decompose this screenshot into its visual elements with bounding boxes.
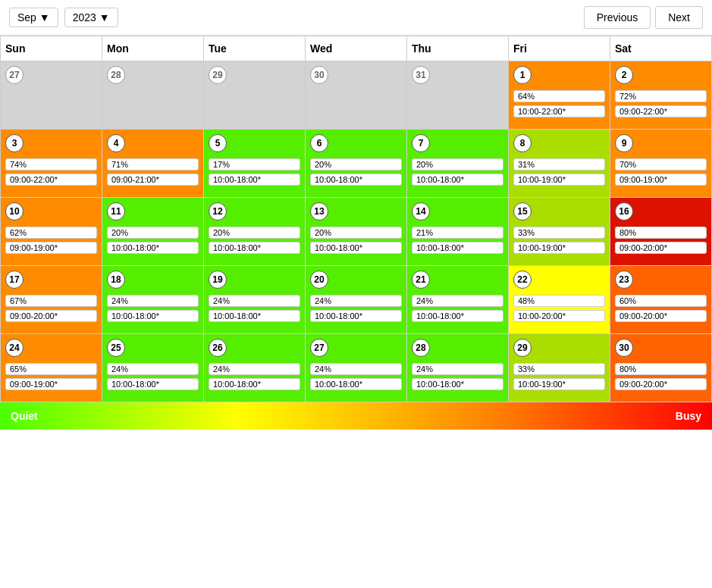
time-range: 10:00-18:00*: [209, 378, 300, 390]
time-range: 10:00-18:00*: [412, 310, 503, 322]
day-number: 25: [107, 339, 125, 357]
occupancy-percent: 60%: [615, 295, 707, 307]
calendar-cell-18[interactable]: 1824%10:00-18:00*: [102, 266, 204, 334]
time-range: 10:00-18:00*: [412, 378, 503, 390]
calendar-cell-3[interactable]: 374%09:00-22:00*: [1, 130, 102, 198]
calendar-cell-29[interactable]: 29: [204, 61, 306, 130]
day-number: 4: [107, 134, 125, 152]
calendar-cell-12[interactable]: 1220%10:00-18:00*: [204, 198, 306, 266]
occupancy-percent: 48%: [513, 295, 605, 307]
day-number: 27: [310, 339, 328, 357]
next-button[interactable]: Next: [655, 6, 703, 29]
calendar-cell-13[interactable]: 1320%10:00-18:00*: [306, 198, 407, 266]
day-number: 19: [209, 271, 227, 289]
occupancy-percent: 20%: [209, 227, 300, 239]
calendar-cell-11[interactable]: 1120%10:00-18:00*: [102, 198, 204, 266]
month-year-selectors: Sep ▼ 2023 ▼: [9, 8, 118, 27]
day-number: 28: [412, 339, 430, 357]
weekday-fri: Fri: [509, 36, 610, 61]
occupancy-percent: 80%: [615, 363, 707, 375]
calendar-cell-29[interactable]: 2933%10:00-19:00*: [509, 334, 610, 402]
time-range: 10:00-18:00*: [310, 242, 402, 254]
occupancy-percent: 80%: [615, 227, 707, 239]
calendar-cell-7[interactable]: 720%10:00-18:00*: [407, 130, 509, 198]
day-number: 30: [615, 339, 633, 357]
day-number: 30: [310, 66, 328, 84]
legend-busy-label: Busy: [676, 410, 701, 422]
calendar-cell-10[interactable]: 1062%09:00-19:00*: [1, 198, 102, 266]
calendar-cell-21[interactable]: 2124%10:00-18:00*: [407, 266, 509, 334]
time-range: 09:00-20:00*: [5, 310, 97, 322]
day-number: 13: [310, 202, 328, 220]
day-number: 18: [107, 271, 125, 289]
calendar-cell-14[interactable]: 1421%10:00-18:00*: [407, 198, 509, 266]
weekday-sun: Sun: [1, 36, 102, 61]
occupancy-percent: 70%: [615, 158, 707, 170]
calendar-cell-1[interactable]: 164%10:00-22:00*: [509, 61, 610, 130]
month-dropdown[interactable]: Sep ▼: [9, 8, 58, 27]
year-dropdown[interactable]: 2023 ▼: [64, 8, 118, 27]
calendar-header: Sep ▼ 2023 ▼ Previous Next: [0, 0, 712, 36]
day-number: 10: [5, 202, 24, 220]
day-number: 14: [412, 202, 430, 220]
occupancy-percent: 17%: [209, 158, 300, 170]
calendar-cell-26[interactable]: 2624%10:00-18:00*: [204, 334, 306, 402]
day-number: 2: [615, 66, 633, 84]
calendar-cell-24[interactable]: 2465%09:00-19:00*: [1, 334, 102, 402]
calendar-cell-30[interactable]: 30: [306, 61, 407, 130]
day-number: 27: [5, 66, 24, 84]
occupancy-percent: 65%: [5, 363, 97, 375]
calendar-cell-23[interactable]: 2360%09:00-20:00*: [610, 266, 712, 334]
calendar-cell-22[interactable]: 2248%10:00-20:00*: [509, 266, 610, 334]
day-number: 29: [513, 339, 532, 357]
day-number: 15: [513, 202, 532, 220]
calendar-cell-30[interactable]: 3080%09:00-20:00*: [610, 334, 712, 402]
calendar-cell-28[interactable]: 28: [102, 61, 204, 130]
calendar-cell-4[interactable]: 471%09:00-21:00*: [102, 130, 204, 198]
calendar-cell-27[interactable]: 27: [1, 61, 102, 130]
calendar-cell-8[interactable]: 831%10:00-19:00*: [509, 130, 610, 198]
occupancy-percent: 33%: [513, 363, 605, 375]
calendar-cell-5[interactable]: 517%10:00-18:00*: [204, 130, 306, 198]
calendar-cell-27[interactable]: 2724%10:00-18:00*: [306, 334, 407, 402]
day-number: 21: [412, 271, 430, 289]
nav-buttons: Previous Next: [584, 6, 703, 29]
calendar-cell-28[interactable]: 2824%10:00-18:00*: [407, 334, 509, 402]
day-number: 3: [5, 134, 24, 152]
weekday-header-row: SunMonTueWedThuFriSat: [1, 36, 712, 61]
previous-button[interactable]: Previous: [584, 6, 651, 29]
calendar-cell-20[interactable]: 2024%10:00-18:00*: [306, 266, 407, 334]
calendar-week-3: 1767%09:00-20:00*1824%10:00-18:00*1924%1…: [1, 266, 712, 334]
occupancy-percent: 24%: [310, 295, 402, 307]
calendar-week-1: 374%09:00-22:00*471%09:00-21:00*517%10:0…: [1, 130, 712, 198]
time-range: 10:00-18:00*: [412, 174, 503, 186]
calendar-week-2: 1062%09:00-19:00*1120%10:00-18:00*1220%1…: [1, 198, 712, 266]
calendar-week-4: 2465%09:00-19:00*2524%10:00-18:00*2624%1…: [1, 334, 712, 402]
time-range: 09:00-20:00*: [615, 242, 707, 254]
day-number: 11: [107, 202, 125, 220]
time-range: 10:00-18:00*: [412, 242, 503, 254]
calendar-cell-9[interactable]: 970%09:00-19:00*: [610, 130, 712, 198]
calendar-cell-31[interactable]: 31: [407, 61, 509, 130]
occupancy-percent: 20%: [310, 158, 402, 170]
day-number: 28: [107, 66, 125, 84]
calendar-cell-16[interactable]: 1680%09:00-20:00*: [610, 198, 712, 266]
day-number: 9: [615, 134, 633, 152]
calendar-cell-17[interactable]: 1767%09:00-20:00*: [1, 266, 102, 334]
calendar-cell-6[interactable]: 620%10:00-18:00*: [306, 130, 407, 198]
time-range: 10:00-18:00*: [107, 242, 199, 254]
legend-quiet-label: Quiet: [11, 410, 38, 422]
day-number: 26: [209, 339, 227, 357]
calendar-cell-2[interactable]: 272%09:00-22:00*: [610, 61, 712, 130]
occupancy-percent: 72%: [615, 90, 707, 102]
occupancy-percent: 24%: [209, 295, 300, 307]
calendar-cell-19[interactable]: 1924%10:00-18:00*: [204, 266, 306, 334]
calendar-week-0: 2728293031164%10:00-22:00*272%09:00-22:0…: [1, 61, 712, 130]
calendar-cell-25[interactable]: 2524%10:00-18:00*: [102, 334, 204, 402]
occupancy-percent: 20%: [107, 227, 199, 239]
time-range: 10:00-19:00*: [513, 174, 605, 186]
weekday-thu: Thu: [407, 36, 509, 61]
day-number: 17: [5, 271, 24, 289]
calendar-cell-15[interactable]: 1533%10:00-19:00*: [509, 198, 610, 266]
weekday-tue: Tue: [204, 36, 306, 61]
